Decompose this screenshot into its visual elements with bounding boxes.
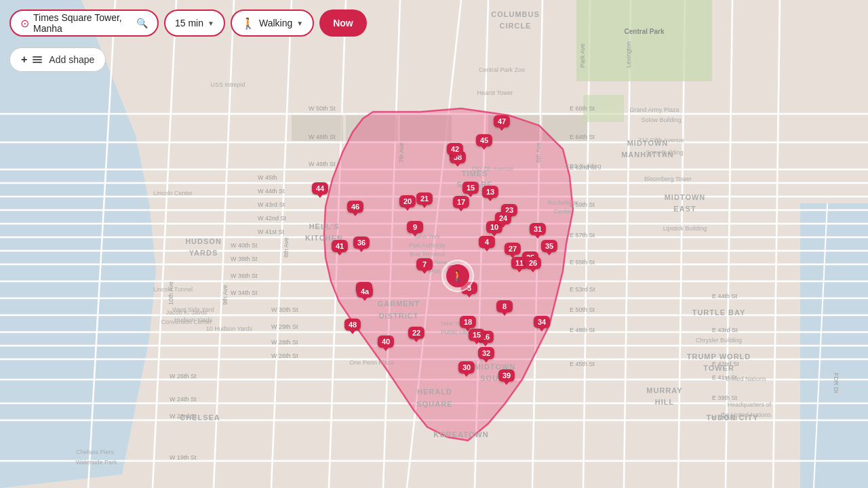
svg-text:Port Authority: Port Authority: [409, 242, 446, 249]
map-marker-17[interactable]: 17: [453, 196, 469, 208]
svg-text:Chrysler Building: Chrysler Building: [696, 337, 742, 344]
map-marker-27[interactable]: 27: [505, 243, 521, 255]
map-marker-18[interactable]: 18: [460, 316, 476, 328]
map-marker-7[interactable]: 7: [416, 258, 433, 270]
svg-text:E 39th St: E 39th St: [712, 394, 738, 401]
location-text: Times Square Tower, Manha: [33, 12, 132, 34]
map-marker-8[interactable]: 8: [496, 300, 513, 312]
map-marker-4[interactable]: 4: [479, 236, 495, 248]
add-shape-button[interactable]: + Add shape: [9, 47, 106, 72]
plus-icon: +: [21, 54, 27, 66]
time-dropdown-arrow: ▼: [208, 20, 214, 27]
svg-text:W 40th St: W 40th St: [231, 242, 258, 249]
svg-text:E 66th St: E 66th St: [570, 105, 595, 112]
svg-text:Solow Building: Solow Building: [641, 117, 681, 123]
svg-text:9th Ave: 9th Ave: [222, 285, 229, 305]
svg-text:8th Ave: 8th Ave: [283, 237, 290, 258]
svg-text:W 30th St: W 30th St: [271, 306, 298, 313]
svg-text:6th Ave: 6th Ave: [535, 142, 542, 163]
time-selector-pill[interactable]: 15 min ▼: [164, 9, 225, 37]
walking-icon: 🚶: [241, 17, 255, 30]
layers-icon: [33, 56, 42, 63]
now-button[interactable]: Now: [319, 9, 367, 37]
svg-text:Sony Building: Sony Building: [646, 149, 683, 156]
svg-text:CHELSEA: CHELSEA: [180, 413, 220, 422]
location-icon: ⊙: [20, 17, 29, 30]
walker-inner-circle: 🚶: [446, 264, 469, 287]
svg-text:MIDTOWN: MIDTOWN: [665, 193, 706, 201]
map-marker-31[interactable]: 31: [530, 223, 546, 235]
map-marker-14a[interactable]: 4a: [357, 285, 373, 298]
map-marker-36[interactable]: 36: [353, 237, 370, 249]
map-marker-21[interactable]: 21: [416, 192, 433, 205]
svg-text:MURRAY: MURRAY: [646, 386, 682, 394]
map-marker-47[interactable]: 47: [494, 115, 510, 127]
svg-text:TURTLE BAY: TURTLE BAY: [692, 308, 746, 317]
map-marker-42[interactable]: 42: [447, 143, 463, 155]
svg-text:10 Hudson Yards: 10 Hudson Yards: [206, 325, 253, 332]
svg-text:E 44th St: E 44th St: [712, 293, 738, 300]
map-marker-34[interactable]: 34: [534, 316, 550, 328]
svg-text:W 43rd St: W 43rd St: [258, 201, 285, 208]
map-container: .road { stroke: #fff; stroke-width: 1.5;…: [0, 0, 868, 488]
map-marker-44[interactable]: 44: [312, 182, 328, 195]
svg-text:Bloomberg Tower: Bloomberg Tower: [644, 176, 692, 182]
svg-text:E 48th St: E 48th St: [570, 327, 595, 333]
map-marker-15[interactable]: 15: [462, 182, 479, 194]
svg-text:7th Ave: 7th Ave: [398, 142, 405, 163]
svg-text:W 24th St: W 24th St: [170, 396, 197, 403]
map-marker-35[interactable]: 35: [541, 240, 557, 252]
time-value: 15 min: [175, 18, 203, 28]
map-marker-26[interactable]: 26: [525, 257, 541, 269]
svg-text:CBS Building: CBS Building: [565, 163, 601, 169]
svg-text:W 41st St: W 41st St: [258, 228, 285, 235]
add-shape-label: Add shape: [49, 54, 94, 65]
svg-text:New York: New York: [414, 233, 441, 240]
svg-text:Lincoln Tunnel: Lincoln Tunnel: [153, 286, 193, 293]
map-marker-46[interactable]: 46: [347, 201, 363, 213]
map-marker-39[interactable]: 39: [498, 369, 515, 382]
map-marker-15b[interactable]: 15: [469, 329, 485, 341]
walker-marker[interactable]: 🚶: [441, 260, 474, 292]
svg-text:KOREATOWN: KOREATOWN: [433, 430, 488, 439]
svg-text:E 50th St: E 50th St: [570, 306, 595, 313]
svg-text:One Penn Plaza: One Penn Plaza: [349, 359, 394, 366]
mode-selector-pill[interactable]: 🚶 Walking ▼: [231, 9, 314, 37]
svg-text:E 43rd St: E 43rd St: [712, 327, 738, 333]
map-marker-48[interactable]: 48: [344, 319, 361, 331]
map-marker-13[interactable]: 13: [482, 186, 498, 198]
map-marker-9[interactable]: 9: [407, 221, 423, 233]
svg-text:W 36th St: W 36th St: [231, 272, 258, 279]
map-marker-32[interactable]: 32: [478, 347, 494, 359]
map-marker-30[interactable]: 30: [458, 361, 475, 373]
svg-text:YARDS: YARDS: [189, 249, 218, 257]
svg-text:E 53rd St: E 53rd St: [570, 286, 595, 293]
svg-text:10th Ave: 10th Ave: [167, 281, 174, 305]
svg-text:W 29th St: W 29th St: [271, 323, 298, 330]
mode-dropdown-arrow: ▼: [296, 20, 303, 27]
map-marker-24[interactable]: 24: [495, 212, 511, 224]
map-marker-22[interactable]: 22: [408, 327, 425, 339]
svg-text:Waterside Park: Waterside Park: [75, 459, 117, 466]
svg-text:the United Nations: the United Nations: [721, 411, 772, 418]
svg-text:W 48th St: W 48th St: [309, 134, 336, 140]
svg-text:Convention Center: Convention Center: [161, 319, 212, 325]
svg-text:CIRCLE: CIRCLE: [500, 22, 532, 30]
svg-text:W 26th St: W 26th St: [271, 352, 298, 359]
svg-text:SQUARE: SQUARE: [416, 400, 452, 408]
svg-text:E 45th St: E 45th St: [570, 361, 595, 367]
svg-text:HUDSON: HUDSON: [185, 237, 222, 245]
svg-text:W 38th St: W 38th St: [231, 256, 258, 262]
svg-text:TOWER: TOWER: [703, 364, 734, 372]
location-input-pill[interactable]: ⊙ Times Square Tower, Manha 🔍: [9, 9, 159, 37]
svg-text:W 34th St: W 34th St: [231, 289, 258, 296]
svg-text:United Nations: United Nations: [726, 375, 766, 382]
map-marker-41[interactable]: 41: [332, 240, 348, 252]
svg-text:TRUMP WORLD: TRUMP WORLD: [687, 352, 751, 361]
svg-text:Lincoln Center: Lincoln Center: [153, 190, 193, 197]
map-marker-45[interactable]: 45: [476, 134, 492, 146]
map-marker-20[interactable]: 20: [399, 195, 416, 207]
map-marker-40[interactable]: 40: [378, 336, 394, 348]
svg-text:Chelsea Piers: Chelsea Piers: [76, 449, 115, 455]
svg-text:Grand Army Plaza: Grand Army Plaza: [629, 106, 679, 113]
